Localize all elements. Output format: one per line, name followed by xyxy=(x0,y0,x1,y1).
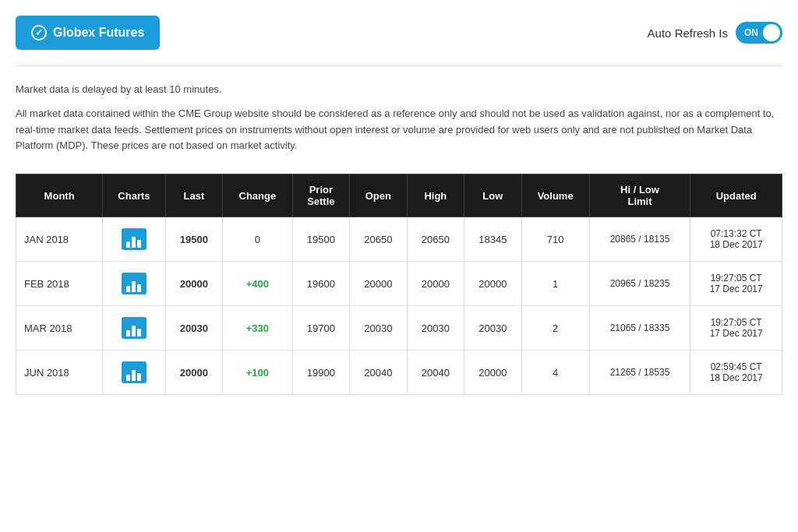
bar-chart-icon[interactable] xyxy=(122,317,147,339)
cell-month: JUN 2018 xyxy=(16,351,103,395)
col-hi-low-limit: Hi / LowLimit xyxy=(589,174,690,217)
cell-change: +400 xyxy=(223,262,292,306)
cell-updated: 19:27:05 CT17 Dec 2017 xyxy=(690,262,782,306)
cell-high: 20650 xyxy=(407,217,464,262)
cell-chart[interactable] xyxy=(103,351,165,395)
cell-month: JAN 2018 xyxy=(16,217,103,262)
cell-change: +100 xyxy=(223,351,292,395)
page-header: ✓ Globex Futures Auto Refresh Is ON xyxy=(16,16,782,50)
cell-change: +330 xyxy=(223,306,292,351)
cell-low: 18345 xyxy=(464,217,522,262)
futures-table: Month Charts Last Change PriorSettle Ope… xyxy=(16,174,782,395)
cell-hi-low-limit: 20865 / 18135 xyxy=(589,217,690,262)
table-row: FEB 201820000+40019600200002000020000120… xyxy=(16,262,782,306)
cell-updated: 19:27:05 CT17 Dec 2017 xyxy=(690,306,782,351)
cell-last: 19500 xyxy=(165,217,223,262)
cell-hi-low-limit: 21265 / 18535 xyxy=(589,351,690,395)
table-row: JAN 201819500019500206502065018345710208… xyxy=(16,217,782,262)
brand-label: Globex Futures xyxy=(53,26,144,40)
cell-low: 20000 xyxy=(464,262,522,306)
cell-chart[interactable] xyxy=(103,217,165,262)
cell-prior-settle: 19700 xyxy=(292,306,350,351)
col-updated: Updated xyxy=(690,174,782,217)
disclaimer-line2: All market data contained within the CME… xyxy=(16,106,782,154)
bar-chart-icon[interactable] xyxy=(122,361,147,383)
cell-updated: 07:13:32 CT18 Dec 2017 xyxy=(690,217,782,262)
cell-last: 20030 xyxy=(165,306,223,351)
disclaimer-line1: Market data is delayed by at least 10 mi… xyxy=(16,82,782,98)
cell-last: 20000 xyxy=(165,262,223,306)
col-open: Open xyxy=(350,174,408,217)
col-change: Change xyxy=(223,174,292,217)
cell-last: 20000 xyxy=(165,351,223,395)
cell-high: 20040 xyxy=(407,351,464,395)
cell-open: 20030 xyxy=(350,306,408,351)
table-header-row: Month Charts Last Change PriorSettle Ope… xyxy=(16,174,782,217)
cell-prior-settle: 19900 xyxy=(292,351,350,395)
cell-low: 20000 xyxy=(464,351,522,395)
col-volume: Volume xyxy=(521,174,589,217)
cell-open: 20000 xyxy=(350,262,408,306)
cell-high: 20030 xyxy=(407,306,464,351)
col-month: Month xyxy=(16,174,103,217)
col-high: High xyxy=(407,174,464,217)
cell-volume: 4 xyxy=(521,351,589,395)
col-last: Last xyxy=(165,174,223,217)
disclaimer-section: Market data is delayed by at least 10 mi… xyxy=(16,82,782,154)
brand-button[interactable]: ✓ Globex Futures xyxy=(16,16,160,50)
auto-refresh-label: Auto Refresh Is xyxy=(648,26,728,40)
col-prior-settle: PriorSettle xyxy=(292,174,350,217)
col-charts: Charts xyxy=(103,174,165,217)
col-low: Low xyxy=(464,174,522,217)
auto-refresh-toggle[interactable]: ON xyxy=(736,22,782,44)
cell-month: MAR 2018 xyxy=(16,306,103,351)
cell-high: 20000 xyxy=(407,262,464,306)
table-row: MAR 201820030+33019700200302003020030221… xyxy=(16,306,782,351)
toggle-knob xyxy=(763,24,780,41)
toggle-label: ON xyxy=(740,27,758,38)
cell-low: 20030 xyxy=(464,306,522,351)
toggle-container[interactable]: ON xyxy=(736,22,782,44)
cell-open: 20040 xyxy=(350,351,408,395)
auto-refresh-container: Auto Refresh Is ON xyxy=(648,22,782,44)
cell-prior-settle: 19600 xyxy=(292,262,350,306)
cell-month: FEB 2018 xyxy=(16,262,103,306)
cell-volume: 710 xyxy=(521,217,589,262)
bar-chart-icon[interactable] xyxy=(122,228,147,250)
cell-updated: 02:59:45 CT18 Dec 2017 xyxy=(690,351,782,395)
cell-volume: 2 xyxy=(521,306,589,351)
cell-chart[interactable] xyxy=(103,262,165,306)
cell-open: 20650 xyxy=(350,217,408,262)
cell-change: 0 xyxy=(223,217,292,262)
cell-volume: 1 xyxy=(521,262,589,306)
cell-hi-low-limit: 21065 / 18335 xyxy=(589,306,690,351)
table-row: JUN 201820000+10019900200402004020000421… xyxy=(16,351,782,395)
bar-chart-icon[interactable] xyxy=(122,273,147,294)
check-icon: ✓ xyxy=(31,25,47,41)
cell-hi-low-limit: 20965 / 18235 xyxy=(589,262,690,306)
cell-chart[interactable] xyxy=(103,306,165,351)
header-divider xyxy=(16,65,782,66)
cell-prior-settle: 19500 xyxy=(292,217,350,262)
